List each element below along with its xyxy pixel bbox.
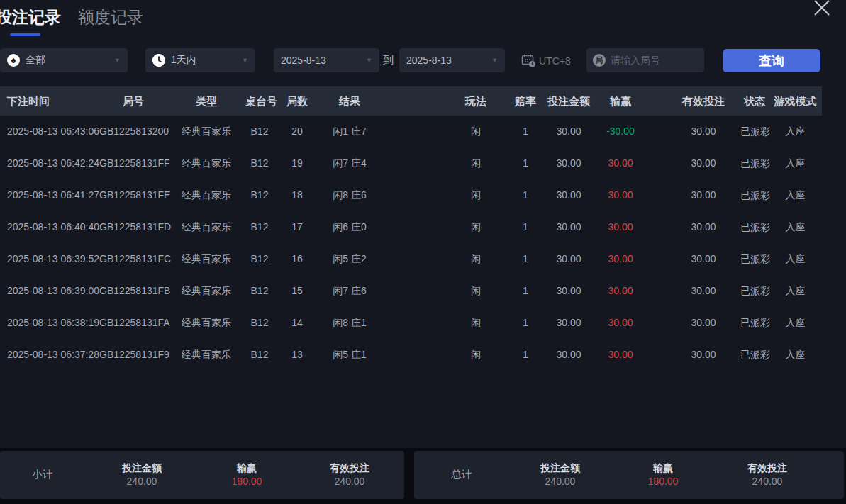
cell-odds: 1 bbox=[512, 275, 539, 307]
cell-status: 已派彩 bbox=[740, 179, 769, 211]
header-game-mode: 游戏模式 bbox=[769, 86, 822, 116]
chevron-down-icon: ▼ bbox=[491, 57, 498, 64]
cell-table-no: B12 bbox=[245, 179, 274, 211]
cell-bet-time: 2025-08-13 06:40:40 bbox=[0, 211, 99, 243]
header-valid-bet: 有效投注 bbox=[667, 86, 740, 116]
cell-status: 已派彩 bbox=[740, 243, 769, 275]
cell-round: 19 bbox=[274, 147, 321, 179]
cell-type: 经典百家乐 bbox=[167, 147, 245, 179]
table-row: 2025-08-13 06:37:28GB12258131F9经典百家乐B121… bbox=[0, 339, 846, 371]
time-range-value: 1天内 bbox=[171, 54, 196, 67]
total-win-loss: 输赢 180.00 bbox=[648, 461, 679, 489]
time-range-select[interactable]: 1天内 ▼ bbox=[145, 48, 255, 72]
total-valid-bet-label: 有效投注 bbox=[747, 461, 787, 474]
cell-game-id: GB12258131FE bbox=[99, 179, 167, 211]
cell-play: 闲 bbox=[440, 211, 512, 243]
cell-play: 闲 bbox=[440, 179, 512, 211]
cell-odds: 1 bbox=[512, 339, 539, 371]
tab-bet-records-label: 投注记录 bbox=[0, 8, 61, 26]
cell-game-mode: 入座 bbox=[769, 307, 822, 339]
subtotal-valid-bet-value: 240.00 bbox=[330, 474, 369, 489]
clock-icon bbox=[152, 54, 165, 67]
close-icon[interactable] bbox=[812, 0, 832, 18]
cell-odds: 1 bbox=[512, 243, 539, 275]
subtotal-title: 小计 bbox=[32, 468, 53, 481]
cell-type: 经典百家乐 bbox=[167, 116, 245, 147]
total-valid-bet: 有效投注 240.00 bbox=[747, 461, 787, 489]
header-play: 玩法 bbox=[440, 86, 512, 116]
cell-odds: 1 bbox=[512, 147, 539, 179]
subtotal-bet-amount-label: 投注金额 bbox=[122, 461, 162, 474]
cell-table-no: B12 bbox=[245, 147, 274, 179]
header-table-no: 桌台号 bbox=[245, 86, 274, 116]
cell-bet-time: 2025-08-13 06:42:24 bbox=[0, 147, 99, 179]
cell-valid-bet: 30.00 bbox=[667, 116, 740, 147]
cell-bet-time: 2025-08-13 06:37:28 bbox=[0, 339, 99, 371]
subtotal-win-loss: 输赢 180.00 bbox=[232, 461, 262, 489]
cell-bet-amount: 30.00 bbox=[539, 211, 599, 243]
game-type-select[interactable]: ♠ 全部 ▼ bbox=[0, 48, 128, 72]
date-to-select[interactable]: 2025-8-13 ▼ bbox=[399, 48, 505, 72]
table-row: 2025-08-13 06:40:40GB12258131FD经典百家乐B121… bbox=[0, 211, 846, 243]
total-bet-amount-value: 240.00 bbox=[540, 474, 580, 489]
table-row: 2025-08-13 06:38:19GB12258131FA经典百家乐B121… bbox=[0, 307, 846, 339]
cell-play: 闲 bbox=[440, 116, 512, 147]
header-status: 状态 bbox=[740, 86, 769, 116]
cell-win-loss: 30.00 bbox=[599, 179, 642, 211]
table-row: 2025-08-13 06:43:06GB1225813200经典百家乐B122… bbox=[0, 116, 846, 147]
spade-icon: ♠ bbox=[7, 54, 20, 67]
header-bet-time: 下注时间 bbox=[0, 86, 99, 116]
query-button[interactable]: 查询 bbox=[723, 49, 820, 72]
cell-type: 经典百家乐 bbox=[167, 211, 245, 243]
tab-bet-records[interactable]: 投注记录 bbox=[0, 6, 61, 28]
cell-play: 闲 bbox=[440, 243, 512, 275]
table-row: 2025-08-13 06:39:00GB12258131FB经典百家乐B121… bbox=[0, 275, 846, 307]
date-range-to-label: 到 bbox=[383, 54, 394, 67]
cell-valid-bet: 30.00 bbox=[667, 211, 740, 243]
subtotal-valid-bet: 有效投注 240.00 bbox=[330, 461, 369, 489]
header-round: 局数 bbox=[274, 86, 321, 116]
subtotal-panel: 小计 投注金额 240.00 输赢 180.00 有效投注 240.00 bbox=[0, 451, 404, 499]
cell-valid-bet: 30.00 bbox=[667, 339, 740, 371]
cell-table-no: B12 bbox=[245, 116, 274, 147]
cell-play: 闲 bbox=[440, 307, 512, 339]
cell-bet-amount: 30.00 bbox=[539, 116, 599, 147]
cell-odds: 1 bbox=[512, 307, 539, 339]
cell-bet-amount: 30.00 bbox=[539, 147, 599, 179]
table-row: 2025-08-13 06:39:52GB12258131FC经典百家乐B121… bbox=[0, 243, 846, 275]
subtotal-valid-bet-label: 有效投注 bbox=[330, 461, 369, 474]
cell-valid-bet: 30.00 bbox=[667, 147, 740, 179]
cell-game-id: GB12258131FD bbox=[99, 211, 167, 243]
timezone-label: UTC+8 bbox=[539, 55, 571, 67]
cell-game-mode: 入座 bbox=[769, 243, 822, 275]
cell-valid-bet: 30.00 bbox=[667, 179, 740, 211]
date-from-select[interactable]: 2025-8-13 ▼ bbox=[274, 48, 379, 72]
date-from-value: 2025-8-13 bbox=[281, 55, 326, 66]
cell-bet-time: 2025-08-13 06:39:52 bbox=[0, 243, 99, 275]
cell-win-loss: 30.00 bbox=[599, 147, 642, 179]
cell-status: 已派彩 bbox=[740, 147, 769, 179]
timezone-selector[interactable]: UTC+8 bbox=[521, 53, 571, 68]
total-panel: 总计 投注金额 240.00 输赢 180.00 有效投注 240.00 bbox=[414, 451, 844, 499]
cell-table-no: B12 bbox=[245, 307, 274, 339]
cell-win-loss: 30.00 bbox=[599, 275, 642, 307]
cell-round: 17 bbox=[274, 211, 321, 243]
cell-win-loss: -30.00 bbox=[599, 116, 642, 147]
cell-odds: 1 bbox=[512, 211, 539, 243]
bet-records-window: 投注记录 额度记录 ♠ 全部 ▼ 1天内 ▼ 2025-8-1 bbox=[0, 0, 846, 504]
game-id-search-input[interactable] bbox=[611, 55, 689, 66]
cell-game-id: GB12258131FF bbox=[99, 147, 167, 179]
tab-quota-records[interactable]: 额度记录 bbox=[78, 6, 143, 28]
cell-game-id: GB12258131FB bbox=[99, 275, 167, 307]
cell-game-id: GB12258131FC bbox=[99, 243, 167, 275]
subtotal-win-loss-value: 180.00 bbox=[232, 474, 262, 489]
total-bet-amount-label: 投注金额 bbox=[540, 461, 580, 474]
cell-play: 闲 bbox=[440, 147, 512, 179]
game-id-search: 局 bbox=[586, 48, 704, 72]
total-valid-bet-value: 240.00 bbox=[747, 474, 787, 489]
cell-result: 闲5 庄1 bbox=[321, 339, 379, 371]
cell-type: 经典百家乐 bbox=[167, 275, 245, 307]
cell-result: 闲1 庄7 bbox=[321, 116, 379, 147]
cell-round: 13 bbox=[274, 339, 321, 371]
calendar-clock-icon bbox=[521, 53, 539, 68]
